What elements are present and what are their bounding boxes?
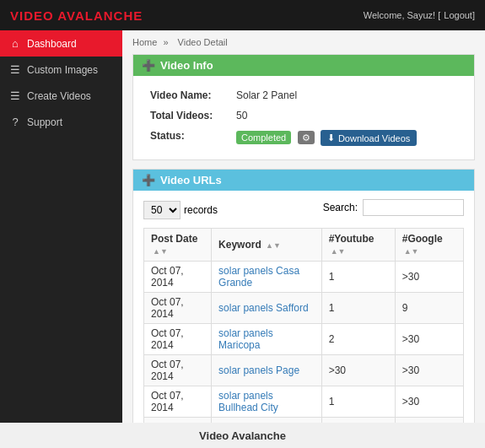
- records-label: records: [184, 204, 218, 216]
- logo: VIDEO AVALANCHE: [10, 8, 143, 23]
- logout-link[interactable]: Logout: [444, 10, 472, 20]
- info-label-total: Total Videos:: [145, 106, 229, 125]
- cell-keyword[interactable]: solar panels Maricopa: [212, 324, 322, 355]
- cell-youtube: 1: [321, 262, 395, 293]
- table-body: Oct 07, 2014 solar panels Casa Grande 1 …: [144, 262, 464, 424]
- status-badge: Completed: [236, 131, 291, 144]
- sort-icon-youtube: ▲▼: [331, 247, 346, 256]
- cell-youtube: >30: [321, 355, 395, 386]
- images-icon: ☰: [8, 63, 22, 76]
- info-value-status: Completed ⚙ ⬇ Download Videos: [231, 127, 462, 149]
- cell-google: >30: [395, 386, 463, 418]
- breadcrumb-home[interactable]: Home: [132, 37, 157, 47]
- footer: Video Avalanche: [0, 423, 485, 448]
- sidebar-item-create-videos[interactable]: ☰ Create Videos: [0, 83, 122, 109]
- col-keyword[interactable]: Keyword ▲▼: [212, 229, 322, 262]
- home-icon: ⌂: [8, 37, 22, 50]
- sidebar-item-label: Support: [27, 116, 62, 128]
- download-icon: ⬇: [327, 132, 335, 143]
- keyword-link[interactable]: solar panels Bullhead City: [218, 390, 278, 413]
- cell-youtube: 1: [321, 386, 395, 418]
- search-area: Search:: [323, 199, 464, 216]
- cell-google: >30: [395, 262, 463, 293]
- sort-icon-date: ▲▼: [153, 247, 168, 256]
- search-label: Search:: [323, 202, 358, 213]
- cell-youtube: 1: [321, 418, 395, 424]
- main-content: Home » Video Detail ➕ Video Info Video N…: [122, 30, 485, 423]
- video-urls-header: ➕ Video URLs: [133, 170, 474, 191]
- sidebar-item-support[interactable]: ? Support: [0, 109, 122, 135]
- table-row: Oct 07, 2014 solar panels Chino Valley 1…: [144, 418, 464, 424]
- table-row: Oct 07, 2014 solar panels Safford 1 9: [144, 293, 464, 324]
- cell-date: Oct 07, 2014: [144, 293, 212, 324]
- video-urls-body: 50 25 10 records Search: Post Da: [133, 191, 474, 423]
- logo-text: VIDEO: [10, 8, 54, 23]
- keyword-link[interactable]: solar panels Safford: [218, 302, 309, 314]
- support-icon: ?: [8, 116, 22, 128]
- sort-icon-google: ▲▼: [404, 247, 419, 256]
- sidebar-item-dashboard[interactable]: ⌂ Dashboard: [0, 30, 122, 57]
- video-info-header: ➕ Video Info: [133, 55, 474, 76]
- header: VIDEO AVALANCHE Welcome, Sayuz! [Logout]: [0, 0, 485, 30]
- col-youtube[interactable]: #Youtube ▲▼: [321, 229, 395, 262]
- cell-date: Oct 07, 2014: [144, 324, 212, 355]
- welcome-text: Welcome, Sayuz! [Logout]: [364, 10, 475, 20]
- sort-icon-keyword: ▲▼: [266, 241, 281, 250]
- info-label-name: Video Name:: [145, 86, 229, 105]
- cell-google: 9: [395, 293, 463, 324]
- info-value-name: Solar 2 Panel: [231, 86, 462, 105]
- sidebar-item-label: Custom Images: [27, 64, 98, 76]
- urls-title: Video URLs: [160, 174, 222, 186]
- cell-keyword[interactable]: solar panels Casa Grande: [212, 262, 322, 293]
- cell-youtube: 1: [321, 293, 395, 324]
- video-info-icon: ➕: [142, 59, 155, 72]
- cell-google: 25: [395, 418, 463, 424]
- cell-date: Oct 07, 2014: [144, 386, 212, 418]
- sidebar: ⌂ Dashboard ☰ Custom Images ☰ Create Vid…: [0, 30, 122, 423]
- cell-keyword[interactable]: solar panels Safford: [212, 293, 322, 324]
- footer-label: Video Avalanche: [199, 429, 286, 442]
- col-google[interactable]: #Google ▲▼: [395, 229, 463, 262]
- table-row: Oct 07, 2014 solar panels Maricopa 2 >30: [144, 324, 464, 355]
- sidebar-item-label: Create Videos: [27, 90, 91, 102]
- sidebar-item-custom-images[interactable]: ☰ Custom Images: [0, 57, 122, 83]
- table-row: Oct 07, 2014 solar panels Bullhead City …: [144, 386, 464, 418]
- cell-keyword[interactable]: solar panels Bullhead City: [212, 386, 322, 418]
- status-icon-btn[interactable]: ⚙: [298, 131, 315, 144]
- info-row-total: Total Videos: 50: [145, 106, 462, 125]
- video-urls-card: ➕ Video URLs 50 25 10 records Search:: [132, 169, 475, 423]
- cell-keyword[interactable]: solar panels Chino Valley: [212, 418, 322, 424]
- cell-date: Oct 07, 2014: [144, 262, 212, 293]
- search-input[interactable]: [363, 199, 464, 216]
- keyword-link[interactable]: solar panels Chino Valley: [218, 421, 302, 423]
- cell-keyword[interactable]: solar panels Page: [212, 355, 322, 386]
- keyword-link[interactable]: solar panels Casa Grande: [218, 265, 299, 289]
- records-control: 50 25 10 records: [143, 201, 218, 219]
- cell-youtube: 2: [321, 324, 395, 355]
- cell-date: Oct 07, 2014: [144, 418, 212, 424]
- video-info-title: Video Info: [160, 59, 213, 72]
- records-select[interactable]: 50 25 10: [143, 201, 181, 219]
- video-info-body: Video Name: Solar 2 Panel Total Videos: …: [133, 76, 474, 159]
- layout: ⌂ Dashboard ☰ Custom Images ☰ Create Vid…: [0, 30, 485, 423]
- info-row-status: Status: Completed ⚙ ⬇ Download Videos: [145, 127, 462, 149]
- urls-table: Post Date ▲▼ Keyword ▲▼ #Youtube ▲▼ #Goo…: [143, 228, 464, 423]
- table-row: Oct 07, 2014 solar panels Page >30 >30: [144, 355, 464, 386]
- cell-google: >30: [395, 355, 463, 386]
- table-header-row: Post Date ▲▼ Keyword ▲▼ #Youtube ▲▼ #Goo…: [144, 229, 464, 262]
- urls-controls: 50 25 10 records Search:: [143, 199, 464, 221]
- video-info-table: Video Name: Solar 2 Panel Total Videos: …: [143, 84, 464, 151]
- col-post-date[interactable]: Post Date ▲▼: [144, 229, 212, 262]
- download-button[interactable]: ⬇ Download Videos: [321, 130, 417, 146]
- keyword-link[interactable]: solar panels Page: [218, 364, 299, 376]
- keyword-link[interactable]: solar panels Maricopa: [218, 327, 273, 351]
- logo-accent: AVALANCHE: [57, 8, 143, 23]
- table-row: Oct 07, 2014 solar panels Casa Grande 1 …: [144, 262, 464, 293]
- sidebar-item-label: Dashboard: [27, 38, 77, 50]
- cell-google: >30: [395, 324, 463, 355]
- info-value-total: 50: [231, 106, 462, 125]
- urls-icon: ➕: [142, 174, 155, 186]
- breadcrumb: Home » Video Detail: [132, 37, 475, 47]
- breadcrumb-current: Video Detail: [178, 37, 228, 47]
- info-label-status: Status:: [145, 127, 229, 149]
